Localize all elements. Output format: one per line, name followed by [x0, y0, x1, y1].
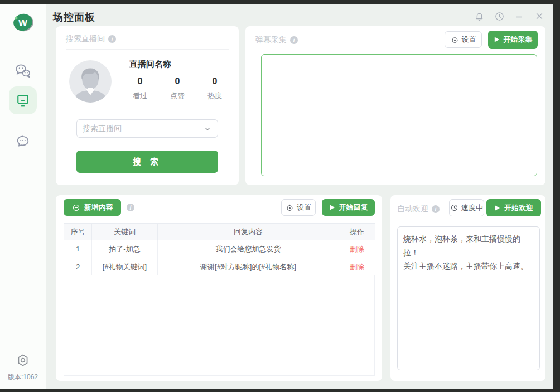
room-select-dropdown[interactable]: 搜索直播间	[76, 119, 218, 138]
chat-dots-icon	[15, 133, 31, 149]
app-logo-icon: W	[11, 10, 36, 35]
play-icon	[494, 205, 500, 211]
danmaku-panel: 弹幕采集 i 设置 开始采集	[245, 26, 545, 185]
monitor-icon	[15, 93, 31, 108]
app-window: W	[0, 4, 553, 389]
search-room-panel-title: 搜索直播间 i	[66, 34, 116, 44]
minimize-button[interactable]	[513, 10, 525, 22]
auto-welcome-panel: 自动欢迎 i 速度中 开始欢迎 烧杯水，泡杯茶，来和主播慢慢的拉！ 关注主播不迷…	[390, 195, 545, 381]
col-action: 操作	[339, 224, 375, 240]
sidebar: W	[0, 4, 46, 389]
stat-likes: 0 点赞	[165, 76, 190, 101]
cell-reply: 我们会给您加急发货	[158, 240, 339, 258]
welcome-message-input[interactable]: 烧杯水，泡杯茶，来和主播慢慢的拉！ 关注主播不迷路，主播带你上高速。	[397, 226, 540, 370]
gear-icon	[451, 36, 459, 44]
cell-index: 1	[64, 240, 92, 258]
wechat-chat-icon	[15, 63, 31, 79]
table-header-row: 序号 关键词 回复内容 操作	[64, 224, 375, 240]
chevron-down-icon	[203, 124, 212, 133]
play-icon	[329, 204, 335, 211]
col-keyword: 关键词	[92, 224, 158, 240]
svg-text:W: W	[18, 18, 28, 28]
room-avatar	[69, 60, 112, 103]
cell-keyword: 拍了-加急	[92, 240, 158, 258]
delete-link[interactable]: 删除	[350, 245, 364, 253]
divider	[66, 49, 229, 50]
start-welcome-button[interactable]: 开始欢迎	[486, 199, 541, 216]
info-icon[interactable]: i	[432, 205, 440, 213]
col-index: 序号	[64, 224, 92, 240]
stat-viewed-value: 0	[127, 76, 153, 86]
settings-nut-icon	[16, 353, 30, 367]
stat-heat-value: 0	[202, 76, 228, 86]
stat-likes-value: 0	[165, 76, 190, 86]
titlebar-controls	[473, 10, 545, 22]
auto-reply-panel: 新增内容 i 设置 开始回复 序号 关键词 回复内容	[56, 195, 382, 381]
gear-icon	[286, 204, 294, 212]
play-icon	[494, 36, 500, 43]
plus-circle-icon	[72, 204, 80, 212]
search-button[interactable]: 搜 索	[76, 151, 218, 173]
cell-index: 2	[64, 258, 92, 276]
room-select-placeholder: 搜索直播间	[83, 124, 203, 134]
stat-heat-label: 热度	[202, 91, 228, 101]
page-title: 场控面板	[53, 11, 95, 24]
sidebar-settings-button[interactable]	[9, 350, 37, 370]
stat-likes-label: 点赞	[165, 91, 190, 101]
info-icon[interactable]: i	[290, 36, 298, 44]
notification-bell-icon[interactable]	[473, 10, 485, 22]
delete-link[interactable]: 删除	[350, 263, 364, 271]
table-row: 1 拍了-加急 我们会给您加急发货 删除	[64, 240, 375, 258]
speed-clock-icon	[450, 204, 458, 212]
clock-icon[interactable]	[493, 10, 505, 22]
stat-viewed-label: 看过	[127, 91, 153, 101]
reply-settings-button[interactable]: 设置	[281, 199, 316, 216]
room-stats: 0 看过 0 点赞 0 热度	[127, 76, 228, 101]
danmaku-panel-title: 弹幕采集 i	[255, 35, 298, 45]
col-reply: 回复内容	[158, 224, 339, 240]
start-reply-button[interactable]: 开始回复	[322, 199, 375, 216]
cell-reply: 谢谢[#对方昵称]的[#礼物名称]	[158, 258, 339, 276]
sidebar-item-wechat[interactable]	[9, 57, 37, 85]
info-icon[interactable]: i	[127, 204, 134, 211]
speed-selector-button[interactable]: 速度中	[449, 199, 484, 216]
table-empty-area	[64, 275, 375, 376]
add-content-button[interactable]: 新增内容	[64, 199, 121, 216]
keyword-reply-table: 序号 关键词 回复内容 操作 1 拍了-加急 我们会给您加急发货 删除 2 [#…	[64, 223, 375, 276]
sidebar-item-messages[interactable]	[9, 127, 37, 155]
close-button[interactable]	[533, 10, 545, 22]
danmaku-output-area[interactable]	[261, 54, 537, 176]
stat-heat: 0 热度	[202, 76, 228, 101]
cell-keyword: [#礼物关键词]	[92, 258, 158, 276]
info-icon[interactable]: i	[108, 35, 116, 43]
room-name: 直播间名称	[129, 59, 171, 70]
version-label: 版本:1062	[0, 372, 46, 382]
table-row: 2 [#礼物关键词] 谢谢[#对方昵称]的[#礼物名称] 删除	[64, 258, 375, 276]
danmaku-settings-button[interactable]: 设置	[445, 31, 482, 48]
welcome-panel-title: 自动欢迎 i	[397, 204, 440, 214]
stat-viewed: 0 看过	[127, 76, 153, 101]
start-collect-button[interactable]: 开始采集	[488, 31, 538, 49]
sidebar-item-control-panel[interactable]	[9, 86, 37, 114]
search-room-panel: 搜索直播间 i 直播间名称 0 看过 0	[56, 26, 239, 185]
